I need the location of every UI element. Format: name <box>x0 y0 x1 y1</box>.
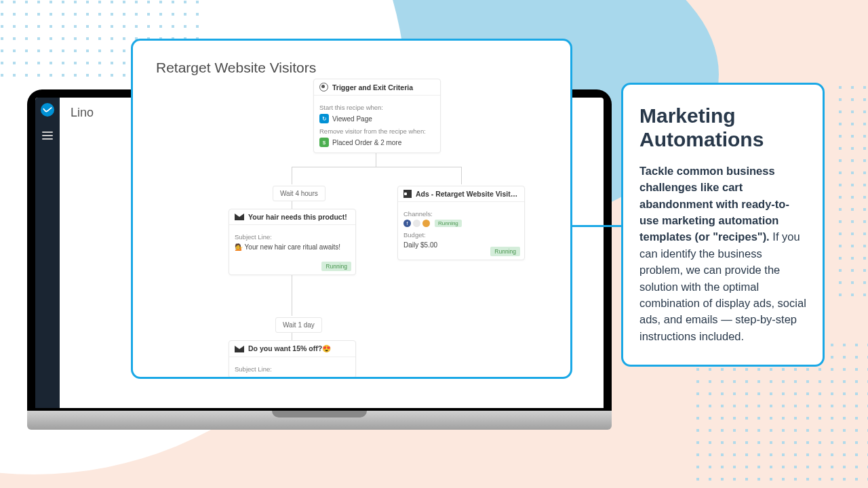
channels-label: Channels: <box>403 210 519 218</box>
feature-callout: Marketing Automations Tackle common busi… <box>621 83 825 367</box>
email1-title: Your hair needs this product! <box>248 213 347 221</box>
email1-status: Running <box>321 262 351 271</box>
start-label: Start this recipe when: <box>319 104 435 111</box>
trigger-card[interactable]: Trigger and Exit Criteria Start this rec… <box>313 79 441 153</box>
brand-logo-icon <box>41 103 54 117</box>
ads-card[interactable]: Ads - Retarget Website Visitors - 202...… <box>397 186 525 260</box>
budget-value: Daily $5.00 <box>403 241 437 249</box>
email1-subject-label: Subject Line: <box>235 233 350 241</box>
email-card-2[interactable]: Do you want 15% off?😍 Subject Line: <box>229 340 356 378</box>
email-icon <box>235 214 244 220</box>
google-icon <box>422 220 430 227</box>
user-icon <box>319 83 328 92</box>
menu-icon[interactable] <box>42 131 53 140</box>
callout-regular-text: If you can identify the business problem… <box>639 230 806 342</box>
email-icon <box>235 346 244 352</box>
start-value: Viewed Page <box>332 115 372 123</box>
automation-flow-panel: Retarget Website Visitors Trigger and Ex… <box>131 39 572 379</box>
callout-bold-text: Tackle common business challenges like c… <box>639 165 789 243</box>
trigger-header: Trigger and Exit Criteria <box>332 83 413 92</box>
callout-heading: Marketing Automations <box>639 104 808 152</box>
email-card-1[interactable]: Your hair needs this product! Subject Li… <box>229 209 356 275</box>
channels-status: Running <box>435 220 462 227</box>
email1-subject-value: 💁 Your new hair care ritual awaits! <box>235 243 340 251</box>
ads-icon <box>403 190 412 198</box>
email2-subject-label: Subject Line: <box>235 365 350 373</box>
exit-value: Placed Order & 2 more <box>332 139 401 146</box>
exit-label: Remove visitor from the recipe when: <box>319 127 435 135</box>
flow-title: Retarget Website Visitors <box>156 60 551 76</box>
facebook-icon: f <box>403 220 411 227</box>
order-icon: $ <box>319 138 329 147</box>
app-sidebar <box>35 98 60 408</box>
wait-step-1[interactable]: Wait 4 hours <box>273 186 326 201</box>
wait-step-2[interactable]: Wait 1 day <box>275 317 322 333</box>
budget-label: Budget: <box>403 231 519 239</box>
ads-status: Running <box>490 247 520 256</box>
ads-title: Ads - Retarget Website Visitors - 202... <box>416 190 519 198</box>
email2-title: Do you want 15% off?😍 <box>248 344 331 353</box>
page-icon: ↻ <box>319 114 329 123</box>
callout-connector <box>572 225 623 227</box>
instagram-icon <box>413 220 420 227</box>
